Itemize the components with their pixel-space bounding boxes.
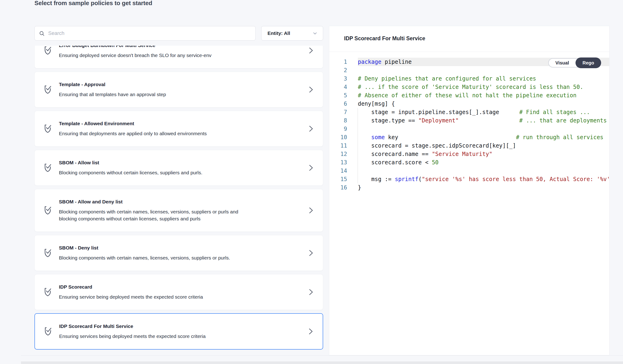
code-line: 12 scorecard.name == "Service Maturity" xyxy=(329,150,609,158)
line-number: 8 xyxy=(329,116,347,125)
policy-title: Template - Allowed Environment xyxy=(59,120,295,127)
chevron-right-icon xyxy=(307,288,314,296)
code-line: 9 xyxy=(329,125,609,133)
search-row: Entity: All xyxy=(34,26,323,41)
code-line: 7 stage = input.pipeline.stages[_].stage… xyxy=(329,108,609,116)
policy-title: Error Budget Burndown For Multi Service xyxy=(59,46,295,49)
line-content: scorecard.name == "Service Maturity" xyxy=(358,150,609,158)
visual-rego-toggle: Visual Rego xyxy=(548,58,601,67)
policy-description: Ensuring deployed service doesn't breach… xyxy=(59,52,241,59)
line-number: 16 xyxy=(329,183,347,192)
line-content: # Absence of either of these will not ha… xyxy=(358,91,609,100)
toggle-visual[interactable]: Visual xyxy=(549,59,576,67)
page-title: Select from sample policies to get start… xyxy=(34,0,152,7)
shield-check-icon xyxy=(43,286,54,298)
search-input[interactable] xyxy=(48,26,253,40)
code-line: 3 # Deny pipelines that are configured f… xyxy=(329,74,609,83)
policy-title: IDP Scorecard For Multi Service xyxy=(59,323,295,330)
line-number: 3 xyxy=(329,74,347,83)
chevron-right-icon xyxy=(307,86,314,93)
chevron-right-icon xyxy=(307,164,314,171)
policy-list[interactable]: Error Budget Burndown For Multi Service … xyxy=(34,46,323,357)
chevron-right-icon xyxy=(307,207,314,214)
policy-description: Blocking components without certain lice… xyxy=(59,169,241,176)
policy-card[interactable]: Template - Approval Ensuring that all te… xyxy=(34,72,323,107)
line-content: # Deny pipelines that are configured for… xyxy=(358,74,609,83)
entity-filter-label: Entity: All xyxy=(267,30,290,36)
preview-header: IDP Scorecard For Multi Service xyxy=(329,26,609,52)
code-line: 10 some key # run through all services xyxy=(329,133,609,142)
line-content: # ... if the score of 'Service Maturity'… xyxy=(358,83,609,91)
code-line: 15 msg := sprintf("service '%s' has scor… xyxy=(329,175,609,183)
line-content: deny[msg] { xyxy=(358,100,609,108)
line-number: 9 xyxy=(329,125,347,133)
code-line: 14 xyxy=(329,167,609,175)
line-content: some key # run through all services xyxy=(358,133,609,142)
policy-title: SBOM - Deny list xyxy=(59,245,295,251)
policy-title: SBOM - Allow list xyxy=(59,159,295,166)
policy-title: SBOM - Allow and Deny list xyxy=(59,198,295,205)
line-number: 15 xyxy=(329,175,347,183)
shield-check-icon xyxy=(43,326,54,337)
policy-card[interactable]: SBOM - Deny list Blocking components wit… xyxy=(34,235,323,271)
policy-title: IDP Scorecard xyxy=(59,284,295,290)
bottom-divider xyxy=(21,355,623,356)
policy-preview-panel: IDP Scorecard For Multi Service Visual R… xyxy=(329,26,609,355)
policy-title: Template - Approval xyxy=(59,81,295,88)
shield-check-icon xyxy=(43,162,54,173)
line-number: 4 xyxy=(329,83,347,91)
policy-card[interactable]: SBOM - Allow list Blocking components wi… xyxy=(34,150,323,186)
rego-code-editor[interactable]: 1 package pipeline 2 3 # Deny pipelines … xyxy=(329,52,609,355)
chevron-down-icon xyxy=(312,30,318,36)
preview-title: IDP Scorecard For Multi Service xyxy=(344,35,425,42)
policy-description: Ensuring service being deployed meets th… xyxy=(59,294,241,300)
shield-check-icon xyxy=(43,46,54,56)
shield-check-icon xyxy=(43,247,54,258)
line-number: 6 xyxy=(329,100,347,108)
shield-check-icon xyxy=(43,123,54,134)
policy-card[interactable]: SBOM - Allow and Deny list Blocking comp… xyxy=(34,189,323,232)
line-number: 5 xyxy=(329,91,347,100)
line-number: 10 xyxy=(329,133,347,142)
code-line: 6 deny[msg] { xyxy=(329,100,609,108)
policy-card[interactable]: Template - Allowed Environment Ensuring … xyxy=(34,111,323,147)
line-content xyxy=(358,167,609,175)
shield-check-icon xyxy=(43,205,54,216)
code-line: 16 } xyxy=(329,183,609,192)
shield-check-icon xyxy=(43,84,54,95)
code-line: 8 stage.type == "Deployment" # ... that … xyxy=(329,116,609,125)
line-number: 11 xyxy=(329,142,347,150)
policy-card[interactable]: IDP Scorecard Ensuring service being dep… xyxy=(34,274,323,310)
chevron-right-icon xyxy=(307,125,314,132)
line-content xyxy=(358,125,609,133)
code-line: 13 scorecard.score < 50 xyxy=(329,158,609,167)
policy-card[interactable]: Error Budget Burndown For Multi Service … xyxy=(34,46,323,68)
line-number: 2 xyxy=(329,66,347,74)
indent-guide xyxy=(357,108,358,183)
line-content: stage.type == "Deployment" # ... that ar… xyxy=(358,116,609,125)
bottom-scroll-track xyxy=(21,362,623,364)
line-number: 12 xyxy=(329,150,347,158)
toggle-rego[interactable]: Rego xyxy=(576,58,601,68)
line-number: 14 xyxy=(329,167,347,175)
chevron-right-icon xyxy=(307,47,314,54)
policy-description: Ensuring that deployments are applied on… xyxy=(59,130,241,137)
chevron-right-icon xyxy=(307,328,314,335)
code-line: 11 scorecard = stage.spec.idpScorecard[k… xyxy=(329,142,609,150)
line-content: scorecard = stage.spec.idpScorecard[key]… xyxy=(358,142,609,150)
code-line: 5 # Absence of either of these will not … xyxy=(329,91,609,100)
policy-card[interactable]: IDP Scorecard For Multi Service Ensuring… xyxy=(34,313,323,350)
line-content: stage = input.pipeline.stages[_].stage #… xyxy=(358,108,609,116)
code-line: 4 # ... if the score of 'Service Maturit… xyxy=(329,83,609,91)
chevron-right-icon xyxy=(307,249,314,257)
entity-filter-dropdown[interactable]: Entity: All xyxy=(261,26,323,41)
search-icon xyxy=(39,30,45,37)
line-content: msg := sprintf("service '%s' has score l… xyxy=(358,175,609,183)
line-content: } xyxy=(358,183,609,192)
policy-description: Blocking components with certain names, … xyxy=(59,254,241,261)
code-lines: 1 package pipeline 2 3 # Deny pipelines … xyxy=(329,58,609,192)
policy-description: Blocking components with certain names, … xyxy=(59,208,241,222)
policy-description: Ensuring services being deployed meets t… xyxy=(59,333,241,340)
line-number: 7 xyxy=(329,108,347,116)
policy-description: Ensuring that all templates have an appr… xyxy=(59,91,241,98)
